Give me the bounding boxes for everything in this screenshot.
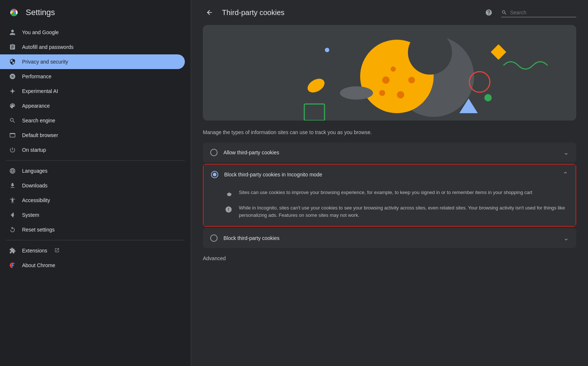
radio-block-all[interactable] (210, 234, 218, 242)
sparkle-icon (9, 87, 16, 95)
svg-point-23 (230, 194, 230, 194)
sidebar-item-default-browser[interactable]: Default browser (0, 128, 185, 143)
svg-point-20 (484, 94, 492, 101)
sidebar-label: System (22, 212, 39, 218)
sidebar-item-performance[interactable]: Performance (0, 69, 185, 84)
svg-point-12 (391, 67, 396, 72)
svg-point-8 (382, 76, 390, 84)
sidebar-item-appearance[interactable]: Appearance (0, 98, 185, 113)
svg-point-11 (379, 90, 385, 96)
accessibility-icon (9, 197, 16, 204)
option-allow-header[interactable]: Allow third-party cookies ⌄ (203, 143, 576, 162)
sidebar-item-about-chrome[interactable]: About Chrome (0, 258, 185, 273)
sidebar-label: Languages (22, 168, 47, 174)
sidebar-item-on-startup[interactable]: On startup (0, 143, 185, 157)
globe-icon (9, 167, 16, 175)
sidebar-item-reset-settings[interactable]: Reset settings (0, 222, 185, 237)
svg-point-7 (408, 30, 452, 75)
block-detail-icon (224, 205, 233, 214)
sidebar-item-system[interactable]: System (0, 208, 185, 222)
sidebar-label: Appearance (22, 103, 50, 109)
main-content: Third-party cookies (191, 0, 588, 366)
svg-point-13 (325, 48, 329, 52)
sidebar: Settings You and Google Autofill and pas… (0, 0, 191, 366)
sidebar-label: About Chrome (22, 262, 55, 268)
download-icon (9, 182, 16, 189)
cookie-detail-icon (224, 190, 233, 198)
chevron-up-icon: ⌃ (563, 171, 568, 179)
sidebar-item-languages[interactable]: Languages (0, 164, 185, 178)
radio-block-incognito[interactable] (211, 171, 218, 178)
sidebar-item-downloads[interactable]: Downloads (0, 178, 185, 193)
option-block-incognito: Block third-party cookies in Incognito m… (203, 164, 576, 227)
detail-text-2: While in Incognito, sites can't use your… (239, 204, 568, 219)
reset-icon (9, 226, 16, 233)
sidebar-item-accessibility[interactable]: Accessibility (0, 193, 185, 208)
svg-point-9 (397, 91, 404, 98)
detail-row-2: While in Incognito, sites can't use your… (224, 204, 568, 219)
sidebar-label: On startup (22, 147, 46, 153)
external-link-icon (54, 248, 60, 254)
manage-text: Manage the types of information sites ca… (203, 129, 576, 135)
svg-point-10 (408, 77, 415, 83)
radio-allow[interactable] (210, 149, 218, 156)
sidebar-item-autofill[interactable]: Autofill and passwords (0, 40, 185, 54)
app-title: Settings (26, 8, 55, 17)
shield-icon (9, 58, 16, 65)
option-block-incognito-header[interactable]: Block third-party cookies in Incognito m… (204, 165, 576, 184)
sidebar-nav: You and Google Autofill and passwords Pr… (0, 25, 191, 366)
sidebar-item-extensions[interactable]: Extensions (0, 243, 185, 258)
header-actions (482, 6, 576, 19)
power-icon (9, 146, 16, 154)
header-search (501, 8, 576, 17)
sidebar-label: Reset settings (22, 227, 55, 233)
svg-point-21 (228, 194, 229, 194)
chevron-down-icon-2: ⌄ (563, 234, 569, 242)
sidebar-item-you-and-google[interactable]: You and Google (0, 25, 185, 40)
sidebar-label: Downloads (22, 183, 47, 189)
detail-text-1: Sites can use cookies to improve your br… (239, 189, 532, 196)
option-allow: Allow third-party cookies ⌄ (203, 143, 576, 162)
option-block-all-label: Block third-party cookies (223, 235, 557, 241)
sidebar-item-search-engine[interactable]: Search engine (0, 113, 185, 128)
person-icon (9, 29, 16, 36)
option-allow-label: Allow third-party cookies (223, 150, 557, 155)
sidebar-label: Performance (22, 73, 51, 79)
gauge-icon (9, 73, 16, 80)
detail-row-1: Sites can use cookies to improve your br… (224, 189, 568, 198)
sidebar-divider-2 (6, 240, 185, 240)
svg-point-15 (340, 86, 373, 100)
svg-point-22 (229, 195, 230, 195)
sidebar-label: Accessibility (22, 197, 50, 203)
chrome-icon (9, 262, 16, 269)
advanced-label: Advanced (203, 250, 576, 264)
chevron-down-icon: ⌄ (563, 148, 569, 157)
help-button[interactable] (482, 6, 495, 19)
option-block-all: Block third-party cookies ⌄ (203, 228, 576, 248)
puzzle-icon (9, 247, 16, 254)
option-block-incognito-label: Block third-party cookies in Incognito m… (224, 172, 557, 177)
palette-icon (9, 102, 16, 110)
option-block-all-header[interactable]: Block third-party cookies ⌄ (203, 228, 576, 248)
search-input[interactable] (510, 10, 576, 15)
sidebar-label: Privacy and security (22, 59, 68, 65)
clipboard-icon (9, 43, 16, 51)
sidebar-label: Search engine (22, 118, 55, 123)
browser-icon (9, 132, 16, 139)
sidebar-item-privacy-security[interactable]: Privacy and security (0, 54, 185, 69)
sidebar-item-experimental-ai[interactable]: Experimental AI (0, 84, 185, 98)
main-content-area: Manage the types of information sites ca… (191, 25, 588, 276)
cookie-illustration (203, 25, 576, 121)
sidebar-label: Extensions (22, 248, 47, 254)
search-icon (9, 117, 16, 124)
sidebar-label: You and Google (22, 29, 59, 35)
wrench-icon (9, 211, 16, 219)
main-header: Third-party cookies (191, 0, 588, 25)
back-button[interactable] (203, 6, 216, 19)
sidebar-divider-1 (6, 160, 185, 161)
svg-point-3 (11, 264, 14, 266)
sidebar-label: Autofill and passwords (22, 44, 74, 50)
sidebar-header: Settings (0, 0, 191, 25)
option-block-incognito-details: Sites can use cookies to improve your br… (204, 184, 576, 226)
sidebar-label: Experimental AI (22, 88, 58, 94)
